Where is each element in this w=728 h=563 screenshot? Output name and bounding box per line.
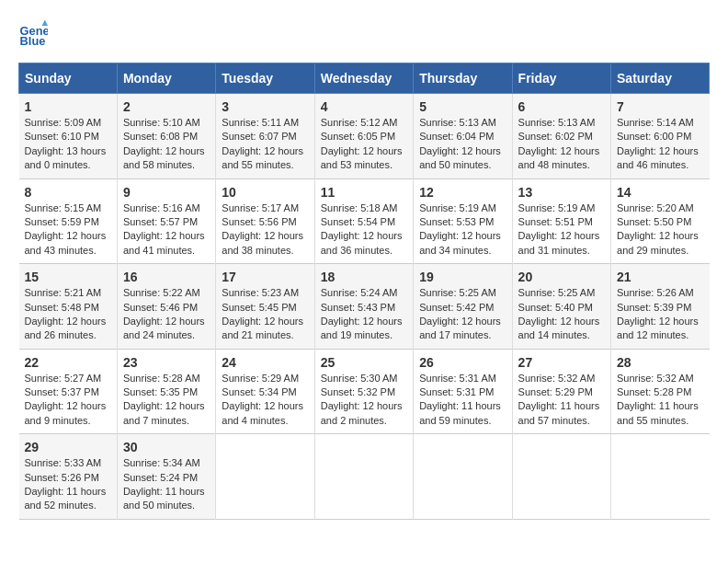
day-number: 11 [321,185,407,200]
day-info: Sunrise: 5:29 AMSunset: 5:34 PMDaylight:… [222,372,308,429]
calendar-cell: 3Sunrise: 5:11 AMSunset: 6:07 PMDaylight… [216,94,314,179]
calendar-cell: 8Sunrise: 5:15 AMSunset: 5:59 PMDaylight… [19,178,118,264]
day-number: 28 [617,355,703,370]
day-info: Sunrise: 5:25 AMSunset: 5:40 PMDaylight:… [518,286,605,343]
calendar-cell [512,434,610,520]
calendar-cell: 21Sunrise: 5:26 AMSunset: 5:39 PMDayligh… [611,264,710,350]
day-info: Sunrise: 5:10 AMSunset: 6:08 PMDaylight:… [123,116,210,173]
weekday-header-friday: Friday [512,63,610,94]
weekday-header-sunday: Sunday [19,63,118,94]
day-info: Sunrise: 5:22 AMSunset: 5:46 PMDaylight:… [123,286,210,343]
calendar-cell: 10Sunrise: 5:17 AMSunset: 5:56 PMDayligh… [216,178,314,264]
day-info: Sunrise: 5:25 AMSunset: 5:42 PMDaylight:… [419,286,506,343]
day-number: 18 [321,270,407,284]
day-info: Sunrise: 5:13 AMSunset: 6:04 PMDaylight:… [419,116,506,173]
calendar-cell: 30Sunrise: 5:34 AMSunset: 5:24 PMDayligh… [117,434,215,520]
day-number: 12 [419,185,506,200]
svg-marker-2 [42,20,48,26]
day-info: Sunrise: 5:16 AMSunset: 5:57 PMDaylight:… [123,201,210,259]
day-number: 20 [518,270,605,284]
calendar-cell: 28Sunrise: 5:32 AMSunset: 5:28 PMDayligh… [611,349,710,434]
day-info: Sunrise: 5:32 AMSunset: 5:28 PMDaylight:… [617,372,703,429]
week-row-5: 29Sunrise: 5:33 AMSunset: 5:26 PMDayligh… [19,434,710,520]
calendar-cell: 22Sunrise: 5:27 AMSunset: 5:37 PMDayligh… [19,349,118,434]
day-number: 4 [321,99,407,114]
calendar-cell: 5Sunrise: 5:13 AMSunset: 6:04 PMDaylight… [414,94,512,179]
day-number: 29 [25,440,111,454]
calendar-cell: 27Sunrise: 5:32 AMSunset: 5:29 PMDayligh… [512,349,610,434]
week-row-2: 8Sunrise: 5:15 AMSunset: 5:59 PMDaylight… [19,178,710,264]
day-number: 10 [222,185,308,200]
calendar-table: SundayMondayTuesdayWednesdayThursdayFrid… [18,63,710,520]
day-info: Sunrise: 5:14 AMSunset: 6:00 PMDaylight:… [617,116,703,173]
weekday-header-tuesday: Tuesday [216,63,314,94]
weekday-header-row: SundayMondayTuesdayWednesdayThursdayFrid… [19,63,710,94]
day-info: Sunrise: 5:32 AMSunset: 5:29 PMDaylight:… [518,372,605,429]
day-number: 21 [617,270,703,284]
calendar-cell: 11Sunrise: 5:18 AMSunset: 5:54 PMDayligh… [314,178,413,264]
day-info: Sunrise: 5:12 AMSunset: 6:05 PMDaylight:… [321,116,407,173]
day-info: Sunrise: 5:18 AMSunset: 5:54 PMDaylight:… [321,201,407,259]
day-number: 14 [617,185,703,200]
day-number: 2 [123,99,210,114]
calendar-cell: 15Sunrise: 5:21 AMSunset: 5:48 PMDayligh… [19,264,118,350]
day-number: 16 [123,270,210,284]
day-info: Sunrise: 5:15 AMSunset: 5:59 PMDaylight:… [25,201,111,259]
day-number: 24 [222,355,308,370]
calendar-cell: 13Sunrise: 5:19 AMSunset: 5:51 PMDayligh… [512,178,610,264]
svg-text:Blue: Blue [20,34,46,48]
day-number: 23 [123,355,210,370]
day-info: Sunrise: 5:21 AMSunset: 5:48 PMDaylight:… [25,286,111,343]
calendar-cell: 12Sunrise: 5:19 AMSunset: 5:53 PMDayligh… [414,178,512,264]
week-row-3: 15Sunrise: 5:21 AMSunset: 5:48 PMDayligh… [19,264,710,350]
day-number: 1 [25,99,111,114]
day-info: Sunrise: 5:09 AMSunset: 6:10 PMDaylight:… [25,116,111,173]
weekday-header-monday: Monday [117,63,215,94]
calendar-cell: 29Sunrise: 5:33 AMSunset: 5:26 PMDayligh… [19,434,118,520]
day-info: Sunrise: 5:31 AMSunset: 5:31 PMDaylight:… [419,372,506,429]
calendar-cell [414,434,512,520]
calendar-cell: 24Sunrise: 5:29 AMSunset: 5:34 PMDayligh… [216,349,314,434]
day-number: 15 [25,270,111,284]
day-number: 9 [123,185,210,200]
calendar-cell: 14Sunrise: 5:20 AMSunset: 5:50 PMDayligh… [611,178,710,264]
day-info: Sunrise: 5:19 AMSunset: 5:53 PMDaylight:… [419,201,506,259]
day-number: 25 [321,355,407,370]
calendar-cell: 2Sunrise: 5:10 AMSunset: 6:08 PMDaylight… [117,94,215,179]
weekday-header-saturday: Saturday [611,63,710,94]
calendar-cell: 19Sunrise: 5:25 AMSunset: 5:42 PMDayligh… [414,264,512,350]
week-row-4: 22Sunrise: 5:27 AMSunset: 5:37 PMDayligh… [19,349,710,434]
calendar-cell: 16Sunrise: 5:22 AMSunset: 5:46 PMDayligh… [117,264,215,350]
day-number: 6 [518,99,605,114]
day-number: 26 [419,355,506,370]
day-number: 17 [222,270,308,284]
day-info: Sunrise: 5:34 AMSunset: 5:24 PMDaylight:… [123,456,210,513]
calendar-cell [216,434,314,520]
page-header: General Blue [18,18,710,48]
day-number: 13 [518,185,605,200]
weekday-header-wednesday: Wednesday [314,63,413,94]
calendar-cell: 9Sunrise: 5:16 AMSunset: 5:57 PMDaylight… [117,178,215,264]
day-info: Sunrise: 5:27 AMSunset: 5:37 PMDaylight:… [25,372,111,429]
day-info: Sunrise: 5:17 AMSunset: 5:56 PMDaylight:… [222,201,308,259]
day-info: Sunrise: 5:20 AMSunset: 5:50 PMDaylight:… [617,201,703,259]
calendar-cell: 1Sunrise: 5:09 AMSunset: 6:10 PMDaylight… [19,94,118,179]
weekday-header-thursday: Thursday [414,63,512,94]
day-info: Sunrise: 5:11 AMSunset: 6:07 PMDaylight:… [222,116,308,173]
day-info: Sunrise: 5:30 AMSunset: 5:32 PMDaylight:… [321,372,407,429]
calendar-cell [611,434,710,520]
day-info: Sunrise: 5:28 AMSunset: 5:35 PMDaylight:… [123,372,210,429]
day-number: 7 [617,99,703,114]
day-info: Sunrise: 5:23 AMSunset: 5:45 PMDaylight:… [222,286,308,343]
calendar-cell: 23Sunrise: 5:28 AMSunset: 5:35 PMDayligh… [117,349,215,434]
logo: General Blue [18,18,51,48]
day-number: 3 [222,99,308,114]
week-row-1: 1Sunrise: 5:09 AMSunset: 6:10 PMDaylight… [19,94,710,179]
calendar-cell: 17Sunrise: 5:23 AMSunset: 5:45 PMDayligh… [216,264,314,350]
day-info: Sunrise: 5:33 AMSunset: 5:26 PMDaylight:… [25,456,111,513]
calendar-cell: 18Sunrise: 5:24 AMSunset: 5:43 PMDayligh… [314,264,413,350]
calendar-cell: 25Sunrise: 5:30 AMSunset: 5:32 PMDayligh… [314,349,413,434]
day-info: Sunrise: 5:13 AMSunset: 6:02 PMDaylight:… [518,116,605,173]
calendar-cell: 6Sunrise: 5:13 AMSunset: 6:02 PMDaylight… [512,94,610,179]
day-info: Sunrise: 5:26 AMSunset: 5:39 PMDaylight:… [617,286,703,343]
